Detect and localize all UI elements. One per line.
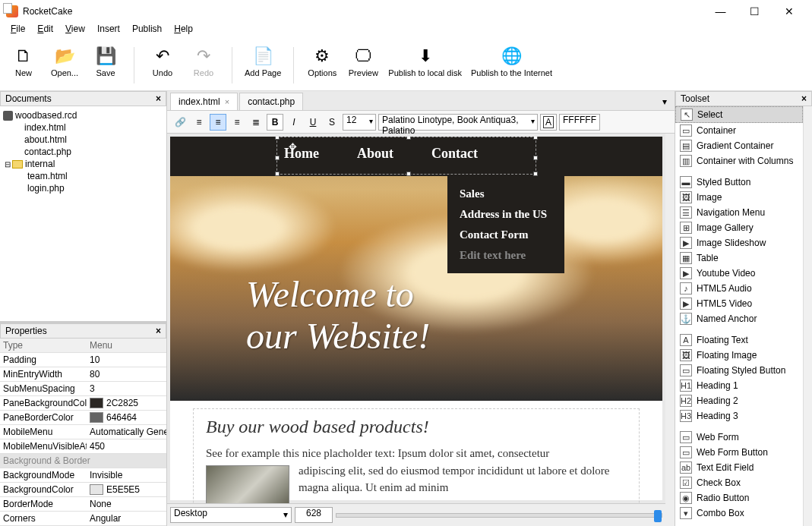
color-hex-input[interactable]: FFFFFF (559, 114, 600, 131)
toolset-item[interactable]: ◉Radio Button (675, 490, 803, 506)
toolset-item[interactable]: ▶HTML5 Video (675, 296, 803, 311)
menu-view[interactable]: View (59, 23, 91, 38)
prop-row[interactable]: MinEntryWidth80 (0, 367, 166, 382)
link-button[interactable]: 🔗 (172, 114, 188, 131)
menu-publish[interactable]: Publish (126, 23, 168, 38)
prop-row[interactable]: BackgroundColorE5E5E5 (0, 483, 166, 497)
submenu-item[interactable]: Sales (460, 184, 552, 204)
minimize-button[interactable]: — (703, 1, 738, 22)
toolset-item[interactable]: H2Heading 2 (675, 393, 803, 408)
tab-close-icon[interactable]: × (225, 97, 229, 106)
toolset-item[interactable]: H3Heading 3 (675, 408, 803, 424)
tree-item[interactable]: index.html (3, 121, 163, 134)
tree-item[interactable]: contact.php (3, 146, 163, 158)
canvas[interactable]: Home About Contact ✥ Sales Addr (167, 134, 675, 526)
hero-image[interactable]: Home About Contact ✥ Sales Addr (170, 137, 662, 401)
toolset-item[interactable]: ▭Floating Styled Button (675, 363, 803, 378)
documents-tree[interactable]: woodbased.rcd index.html about.html cont… (0, 106, 166, 321)
tab-contact[interactable]: contact.php (239, 93, 303, 110)
prop-row[interactable]: BorderModeNone (0, 497, 166, 512)
font-color-button[interactable]: A (540, 114, 557, 131)
strike-button[interactable]: S (324, 114, 340, 131)
toolset-item[interactable]: ⊞Image Gallery (675, 220, 803, 235)
align-left-button[interactable]: ≡ (191, 114, 207, 131)
collapse-icon[interactable]: ⊟ (3, 160, 12, 169)
toolset-item[interactable]: AFloating Text (675, 332, 803, 348)
menu-insert[interactable]: Insert (91, 23, 126, 38)
submenu-item[interactable]: Address in the US (460, 204, 552, 225)
color-swatch[interactable] (90, 398, 103, 408)
toolset-item[interactable]: ↖Select (675, 106, 803, 123)
tree-item[interactable]: login.php (3, 182, 163, 194)
tree-item[interactable]: about.html (3, 134, 163, 146)
close-button[interactable]: ✕ (772, 1, 806, 22)
align-justify-button[interactable]: ≣ (248, 114, 264, 131)
font-family-select[interactable]: Palatino Linotype, Book Antiqua3, Palati… (378, 114, 538, 131)
tb-preview[interactable]: 🖵Preview (344, 44, 382, 79)
color-swatch[interactable] (90, 484, 103, 495)
maximize-button[interactable]: ☐ (738, 1, 772, 22)
device-select[interactable]: Desktop (170, 507, 292, 523)
tb-undo[interactable]: ↶Undo (144, 44, 182, 79)
toolset-item[interactable]: ☑Check Box (675, 475, 803, 490)
properties-grid[interactable]: TypeMenu Padding10 MinEntryWidth80 SubMe… (0, 339, 166, 526)
tb-options[interactable]: ⚙Options (303, 44, 341, 79)
hero-text[interactable]: Welcome to our Website! (246, 273, 430, 357)
toolset-vscrollbar[interactable] (803, 106, 812, 526)
toolset-item[interactable]: H1Heading 1 (675, 378, 803, 393)
tree-folder[interactable]: ⊟internal (3, 158, 163, 170)
tree-item[interactable]: team.html (3, 170, 163, 182)
prop-row[interactable]: MobileMenuAutomatically Generated (0, 425, 166, 439)
color-swatch[interactable] (90, 412, 103, 423)
prop-row[interactable]: Padding10 (0, 353, 166, 367)
menu-edit[interactable]: Edit (31, 23, 59, 38)
tb-save[interactable]: 💾Save (87, 44, 125, 79)
toolset-item[interactable]: ⚓Named Anchor (675, 311, 803, 326)
underline-button[interactable]: U (305, 114, 321, 131)
toolset-item[interactable]: 🖼Image (675, 190, 803, 205)
toolset-close-icon[interactable]: × (801, 93, 807, 104)
toolset-item[interactable]: ▶Image Slideshow (675, 235, 803, 250)
toolset-item[interactable]: abText Edit Field (675, 460, 803, 475)
body-text[interactable]: See for example this nice placholder tex… (206, 445, 627, 496)
align-right-button[interactable]: ≡ (229, 114, 245, 131)
prop-row[interactable]: CornersAngular (0, 512, 166, 526)
toolset-item[interactable]: ▥Container with Columns (675, 153, 803, 169)
prop-row[interactable]: SubMenuSpacing3 (0, 382, 166, 396)
tb-open[interactable]: 📂Open... (46, 44, 84, 79)
toolset-item[interactable]: ♪HTML5 Audio (675, 281, 803, 296)
tree-project[interactable]: woodbased.rcd (3, 109, 163, 121)
prop-row[interactable]: BackgroundModeInvisible (0, 468, 166, 483)
menu-help[interactable]: Help (168, 23, 199, 38)
slider-thumb[interactable] (654, 510, 662, 522)
toolset-item[interactable]: ▾Combo Box (675, 506, 803, 521)
tb-addpage[interactable]: 📄Add Page (242, 44, 284, 79)
properties-close-icon[interactable]: × (156, 326, 161, 336)
toolset-item[interactable]: ▤Gradient Container (675, 138, 803, 153)
tb-pubnet[interactable]: 🌐Publish to the Internet (468, 44, 555, 79)
tb-new[interactable]: 🗋New (5, 44, 43, 79)
font-size-select[interactable]: 12 (343, 114, 376, 131)
toolset-item[interactable]: ▭Web Form Button (675, 445, 803, 460)
nav-submenu[interactable]: Sales Address in the US Contact Form Edi… (447, 176, 564, 273)
body-title[interactable]: Buy our wood based products! (206, 417, 627, 437)
tb-pubdisk[interactable]: ⬇Publish to local disk (385, 44, 465, 79)
toolset-item[interactable]: ☰Navigation Menu (675, 205, 803, 220)
viewport-slider[interactable] (336, 513, 662, 518)
bold-button[interactable]: B (267, 114, 283, 131)
toolset-item[interactable]: ▭Container (675, 123, 803, 138)
toolset-list[interactable]: ↖Select▭Container▤Gradient Container▥Con… (675, 106, 803, 526)
toolset-item[interactable]: 🖼Floating Image (675, 348, 803, 363)
align-center-button[interactable]: ≡ (210, 114, 226, 131)
prop-row[interactable]: PaneBorderColor646464 (0, 411, 166, 425)
submenu-edit-prompt[interactable]: Edit text here (460, 245, 552, 266)
toolset-item[interactable]: ▶Youtube Video (675, 266, 803, 281)
submenu-item[interactable]: Contact Form (460, 225, 552, 245)
toolset-item[interactable]: ▦Table (675, 250, 803, 266)
tab-index[interactable]: index.html× (170, 93, 238, 110)
documents-close-icon[interactable]: × (156, 93, 161, 104)
menu-file[interactable]: File (5, 23, 31, 38)
canvas-vscrollbar[interactable] (665, 134, 675, 503)
tabs-dropdown-icon[interactable]: ▾ (658, 93, 671, 110)
toolset-item[interactable]: ▬Styled Button (675, 175, 803, 190)
